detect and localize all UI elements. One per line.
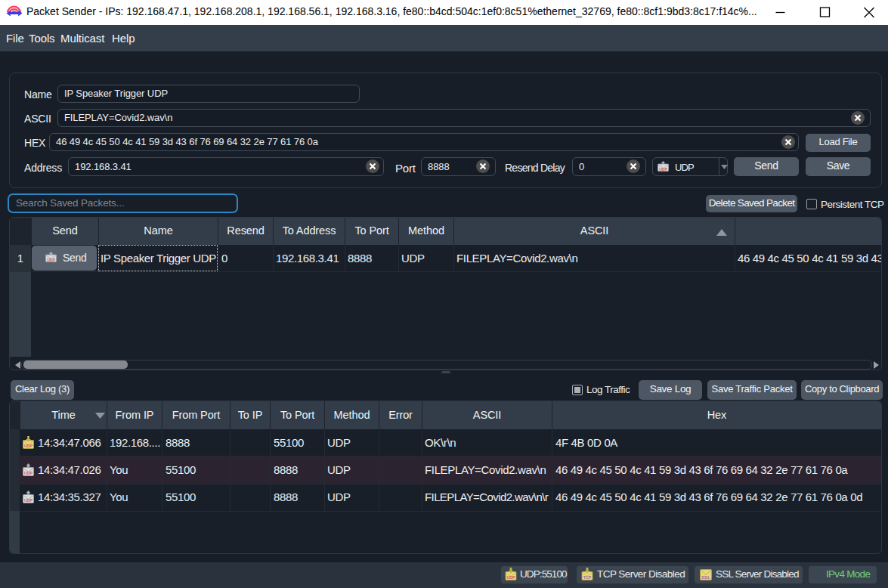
svg-text:UDP: UDP [507,575,515,580]
svg-text:UDP: UDP [659,167,667,172]
svg-text:TCP: TCP [583,575,592,580]
svg-text:SSL: SSL [701,574,710,580]
svg-text:UDP: UDP [24,471,32,475]
svg-text:UDP: UDP [24,444,32,448]
svg-text:UDP: UDP [47,258,55,262]
svg-text:UDP: UDP [24,498,32,503]
